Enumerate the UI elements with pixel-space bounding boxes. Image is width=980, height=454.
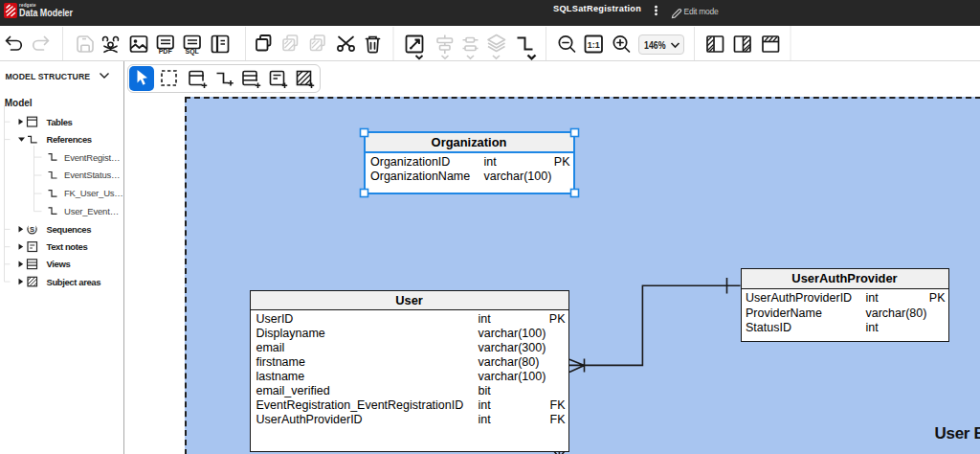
svg-text:SQL: SQL bbox=[186, 48, 200, 56]
svg-text:PDF: PDF bbox=[159, 48, 173, 55]
svg-text:S: S bbox=[30, 225, 34, 234]
svg-text:1:1: 1:1 bbox=[588, 40, 600, 50]
